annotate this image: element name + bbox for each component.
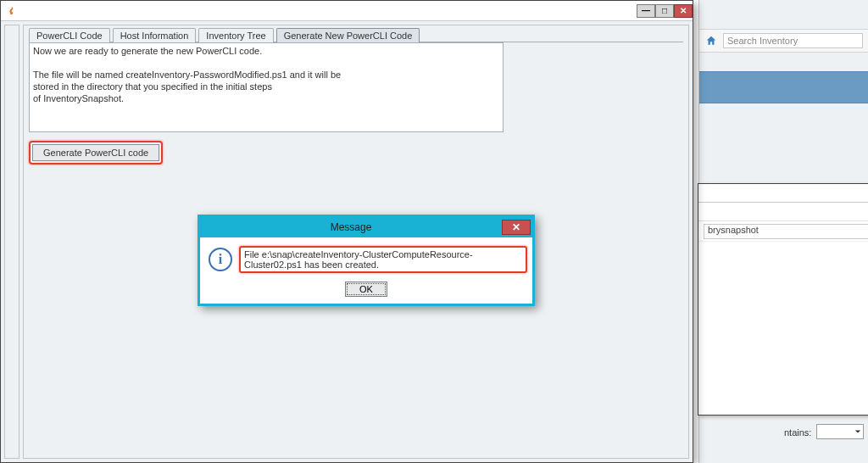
background-toolbar: Search Inventory: [699, 29, 868, 53]
secondary-toolbar: ?: [698, 203, 868, 221]
secondary-window-titlebar: — □ ✕: [698, 184, 868, 203]
message-dialog: Message ✕ i File e:\snap\createInventory…: [198, 215, 535, 306]
close-button[interactable]: ✕: [674, 4, 693, 18]
ok-button[interactable]: OK: [345, 282, 387, 297]
tab-bar: PowerCLI Code Host Information Inventory…: [24, 27, 688, 42]
message-dialog-body: i File e:\snap\createInventory-ClusterCo…: [200, 237, 532, 304]
main-window-titlebar: — □ ✕: [1, 1, 693, 21]
message-dialog-titlebar: Message ✕: [200, 217, 532, 237]
filter-contains-label: ntains:: [784, 427, 811, 438]
left-rail: [4, 25, 19, 459]
message-text-highlight: File e:\snap\createInventory-ClusterComp…: [239, 246, 527, 273]
secondary-search-row: brysnapshot: [698, 221, 868, 242]
tab-powercli-code[interactable]: PowerCLI Code: [29, 28, 110, 42]
minimize-button[interactable]: —: [637, 4, 655, 18]
instructions-textarea[interactable]: Now we are ready to generate the new Pow…: [29, 42, 504, 132]
tab-content: Now we are ready to generate the new Pow…: [29, 42, 683, 165]
secondary-search-input[interactable]: brysnapshot: [704, 224, 868, 239]
tab-host-information[interactable]: Host Information: [113, 28, 197, 42]
home-icon[interactable]: [704, 34, 718, 47]
message-text: File e:\snap\createInventory-ClusterComp…: [244, 249, 473, 270]
tab-generate-new-powercli-code[interactable]: Generate New PowerCLI Code: [276, 28, 420, 42]
generate-powercli-button[interactable]: Generate PowerCLI code: [32, 144, 159, 161]
maximize-button[interactable]: □: [655, 4, 674, 18]
info-icon: i: [209, 248, 232, 271]
filter-contains-select[interactable]: [816, 424, 864, 439]
secondary-window: — □ ✕ ? brysnapshot: [698, 183, 868, 416]
search-inventory-input[interactable]: Search Inventory: [723, 33, 863, 48]
background-ribbon: [699, 71, 868, 103]
secondary-window-body: ? brysnapshot: [698, 203, 868, 415]
java-icon: [4, 4, 18, 18]
message-dialog-title: Message: [200, 221, 502, 233]
generate-button-highlight: Generate PowerCLI code: [29, 141, 163, 165]
tab-inventory-tree[interactable]: Inventory Tree: [198, 28, 273, 42]
close-button[interactable]: ✕: [502, 220, 531, 235]
